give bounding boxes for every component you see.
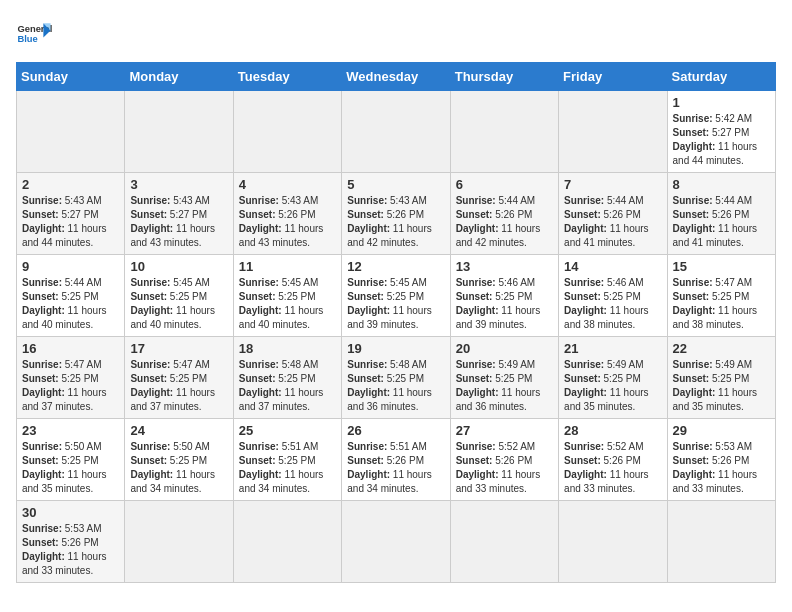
calendar-cell bbox=[17, 91, 125, 173]
calendar-cell bbox=[342, 501, 450, 583]
day-info: Sunrise: 5:47 AMSunset: 5:25 PMDaylight:… bbox=[673, 276, 770, 332]
logo-icon: General Blue bbox=[16, 16, 52, 52]
day-number: 28 bbox=[564, 423, 661, 438]
day-info: Sunrise: 5:43 AMSunset: 5:26 PMDaylight:… bbox=[347, 194, 444, 250]
calendar-cell: 17Sunrise: 5:47 AMSunset: 5:25 PMDayligh… bbox=[125, 337, 233, 419]
calendar-cell: 12Sunrise: 5:45 AMSunset: 5:25 PMDayligh… bbox=[342, 255, 450, 337]
calendar-cell: 13Sunrise: 5:46 AMSunset: 5:25 PMDayligh… bbox=[450, 255, 558, 337]
day-number: 15 bbox=[673, 259, 770, 274]
day-info: Sunrise: 5:49 AMSunset: 5:25 PMDaylight:… bbox=[456, 358, 553, 414]
calendar-cell bbox=[667, 501, 775, 583]
header-sunday: Sunday bbox=[17, 63, 125, 91]
day-info: Sunrise: 5:44 AMSunset: 5:26 PMDaylight:… bbox=[456, 194, 553, 250]
week-row-6: 30Sunrise: 5:53 AMSunset: 5:26 PMDayligh… bbox=[17, 501, 776, 583]
day-info: Sunrise: 5:45 AMSunset: 5:25 PMDaylight:… bbox=[239, 276, 336, 332]
calendar-cell: 24Sunrise: 5:50 AMSunset: 5:25 PMDayligh… bbox=[125, 419, 233, 501]
calendar-cell: 3Sunrise: 5:43 AMSunset: 5:27 PMDaylight… bbox=[125, 173, 233, 255]
day-info: Sunrise: 5:43 AMSunset: 5:26 PMDaylight:… bbox=[239, 194, 336, 250]
day-number: 8 bbox=[673, 177, 770, 192]
day-info: Sunrise: 5:51 AMSunset: 5:25 PMDaylight:… bbox=[239, 440, 336, 496]
day-info: Sunrise: 5:48 AMSunset: 5:25 PMDaylight:… bbox=[239, 358, 336, 414]
day-number: 12 bbox=[347, 259, 444, 274]
day-number: 7 bbox=[564, 177, 661, 192]
day-number: 6 bbox=[456, 177, 553, 192]
calendar-cell: 18Sunrise: 5:48 AMSunset: 5:25 PMDayligh… bbox=[233, 337, 341, 419]
calendar-cell: 22Sunrise: 5:49 AMSunset: 5:25 PMDayligh… bbox=[667, 337, 775, 419]
day-number: 13 bbox=[456, 259, 553, 274]
header-monday: Monday bbox=[125, 63, 233, 91]
day-number: 5 bbox=[347, 177, 444, 192]
day-number: 26 bbox=[347, 423, 444, 438]
calendar-cell: 26Sunrise: 5:51 AMSunset: 5:26 PMDayligh… bbox=[342, 419, 450, 501]
day-info: Sunrise: 5:43 AMSunset: 5:27 PMDaylight:… bbox=[130, 194, 227, 250]
day-info: Sunrise: 5:49 AMSunset: 5:25 PMDaylight:… bbox=[673, 358, 770, 414]
day-number: 16 bbox=[22, 341, 119, 356]
page-header: General Blue bbox=[16, 16, 776, 52]
calendar-cell: 1Sunrise: 5:42 AMSunset: 5:27 PMDaylight… bbox=[667, 91, 775, 173]
calendar-cell bbox=[559, 91, 667, 173]
day-info: Sunrise: 5:52 AMSunset: 5:26 PMDaylight:… bbox=[456, 440, 553, 496]
calendar-cell: 19Sunrise: 5:48 AMSunset: 5:25 PMDayligh… bbox=[342, 337, 450, 419]
calendar-cell: 29Sunrise: 5:53 AMSunset: 5:26 PMDayligh… bbox=[667, 419, 775, 501]
day-number: 14 bbox=[564, 259, 661, 274]
day-number: 3 bbox=[130, 177, 227, 192]
calendar-cell: 8Sunrise: 5:44 AMSunset: 5:26 PMDaylight… bbox=[667, 173, 775, 255]
day-number: 24 bbox=[130, 423, 227, 438]
week-row-2: 2Sunrise: 5:43 AMSunset: 5:27 PMDaylight… bbox=[17, 173, 776, 255]
day-info: Sunrise: 5:43 AMSunset: 5:27 PMDaylight:… bbox=[22, 194, 119, 250]
calendar-cell: 25Sunrise: 5:51 AMSunset: 5:25 PMDayligh… bbox=[233, 419, 341, 501]
day-info: Sunrise: 5:46 AMSunset: 5:25 PMDaylight:… bbox=[456, 276, 553, 332]
calendar-cell: 16Sunrise: 5:47 AMSunset: 5:25 PMDayligh… bbox=[17, 337, 125, 419]
day-info: Sunrise: 5:45 AMSunset: 5:25 PMDaylight:… bbox=[130, 276, 227, 332]
day-info: Sunrise: 5:49 AMSunset: 5:25 PMDaylight:… bbox=[564, 358, 661, 414]
calendar-cell: 6Sunrise: 5:44 AMSunset: 5:26 PMDaylight… bbox=[450, 173, 558, 255]
calendar-cell: 10Sunrise: 5:45 AMSunset: 5:25 PMDayligh… bbox=[125, 255, 233, 337]
day-info: Sunrise: 5:51 AMSunset: 5:26 PMDaylight:… bbox=[347, 440, 444, 496]
day-number: 18 bbox=[239, 341, 336, 356]
calendar-cell: 28Sunrise: 5:52 AMSunset: 5:26 PMDayligh… bbox=[559, 419, 667, 501]
day-number: 21 bbox=[564, 341, 661, 356]
day-info: Sunrise: 5:53 AMSunset: 5:26 PMDaylight:… bbox=[673, 440, 770, 496]
day-number: 22 bbox=[673, 341, 770, 356]
day-number: 29 bbox=[673, 423, 770, 438]
calendar-cell: 27Sunrise: 5:52 AMSunset: 5:26 PMDayligh… bbox=[450, 419, 558, 501]
day-number: 1 bbox=[673, 95, 770, 110]
calendar-cell bbox=[125, 501, 233, 583]
calendar-cell bbox=[450, 91, 558, 173]
week-row-4: 16Sunrise: 5:47 AMSunset: 5:25 PMDayligh… bbox=[17, 337, 776, 419]
day-info: Sunrise: 5:53 AMSunset: 5:26 PMDaylight:… bbox=[22, 522, 119, 578]
calendar-cell bbox=[342, 91, 450, 173]
header-row: SundayMondayTuesdayWednesdayThursdayFrid… bbox=[17, 63, 776, 91]
day-number: 10 bbox=[130, 259, 227, 274]
calendar-cell: 15Sunrise: 5:47 AMSunset: 5:25 PMDayligh… bbox=[667, 255, 775, 337]
day-number: 2 bbox=[22, 177, 119, 192]
day-number: 20 bbox=[456, 341, 553, 356]
calendar-cell: 5Sunrise: 5:43 AMSunset: 5:26 PMDaylight… bbox=[342, 173, 450, 255]
calendar-table: SundayMondayTuesdayWednesdayThursdayFrid… bbox=[16, 62, 776, 583]
day-info: Sunrise: 5:44 AMSunset: 5:25 PMDaylight:… bbox=[22, 276, 119, 332]
day-info: Sunrise: 5:50 AMSunset: 5:25 PMDaylight:… bbox=[130, 440, 227, 496]
day-info: Sunrise: 5:50 AMSunset: 5:25 PMDaylight:… bbox=[22, 440, 119, 496]
calendar-cell bbox=[233, 501, 341, 583]
week-row-3: 9Sunrise: 5:44 AMSunset: 5:25 PMDaylight… bbox=[17, 255, 776, 337]
day-info: Sunrise: 5:52 AMSunset: 5:26 PMDaylight:… bbox=[564, 440, 661, 496]
calendar-cell: 9Sunrise: 5:44 AMSunset: 5:25 PMDaylight… bbox=[17, 255, 125, 337]
day-number: 30 bbox=[22, 505, 119, 520]
day-number: 27 bbox=[456, 423, 553, 438]
day-number: 23 bbox=[22, 423, 119, 438]
header-saturday: Saturday bbox=[667, 63, 775, 91]
svg-text:Blue: Blue bbox=[17, 34, 37, 44]
header-wednesday: Wednesday bbox=[342, 63, 450, 91]
logo: General Blue bbox=[16, 16, 52, 52]
calendar-cell: 11Sunrise: 5:45 AMSunset: 5:25 PMDayligh… bbox=[233, 255, 341, 337]
calendar-cell: 20Sunrise: 5:49 AMSunset: 5:25 PMDayligh… bbox=[450, 337, 558, 419]
calendar-cell bbox=[233, 91, 341, 173]
day-info: Sunrise: 5:44 AMSunset: 5:26 PMDaylight:… bbox=[564, 194, 661, 250]
day-number: 9 bbox=[22, 259, 119, 274]
week-row-5: 23Sunrise: 5:50 AMSunset: 5:25 PMDayligh… bbox=[17, 419, 776, 501]
calendar-cell: 7Sunrise: 5:44 AMSunset: 5:26 PMDaylight… bbox=[559, 173, 667, 255]
calendar-cell: 23Sunrise: 5:50 AMSunset: 5:25 PMDayligh… bbox=[17, 419, 125, 501]
calendar-cell: 30Sunrise: 5:53 AMSunset: 5:26 PMDayligh… bbox=[17, 501, 125, 583]
day-info: Sunrise: 5:47 AMSunset: 5:25 PMDaylight:… bbox=[130, 358, 227, 414]
calendar-cell: 14Sunrise: 5:46 AMSunset: 5:25 PMDayligh… bbox=[559, 255, 667, 337]
